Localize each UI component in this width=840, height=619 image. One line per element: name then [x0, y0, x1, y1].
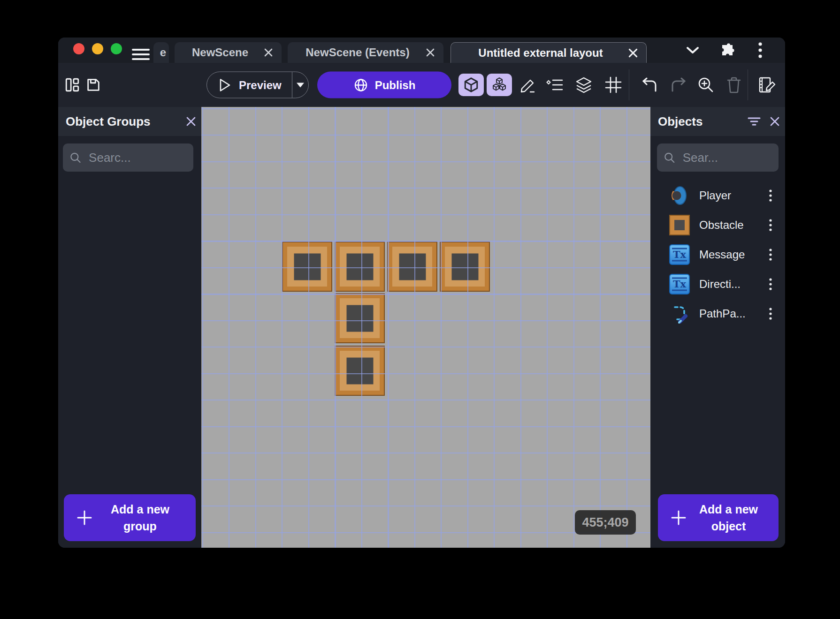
add-group-button[interactable]: Add a new group	[64, 494, 196, 541]
zoom-window-button[interactable]	[111, 43, 122, 54]
object-label: Obstacle	[699, 211, 744, 239]
edit-scene-icon[interactable]	[756, 74, 779, 96]
object-groups-search[interactable]	[63, 143, 193, 172]
object-row-message[interactable]: Tx Message	[650, 241, 785, 268]
save-icon[interactable]	[85, 77, 101, 93]
view-3d-toggle-icon[interactable]	[458, 74, 484, 96]
preview-label: Preview	[239, 78, 282, 91]
object-kebab-icon[interactable]	[760, 244, 781, 265]
more-options-kebab-icon[interactable]	[747, 38, 773, 63]
object-row-player[interactable]: Player	[650, 182, 785, 209]
play-icon	[218, 78, 231, 92]
search-icon	[69, 151, 81, 165]
project-manager-icon[interactable]	[64, 77, 80, 93]
objects-header: Objects	[650, 107, 785, 136]
object-groups-panel: Object Groups Add a new group	[58, 107, 201, 548]
filter-icon[interactable]	[744, 111, 764, 132]
svg-text:Tx: Tx	[673, 249, 687, 260]
app-window: e NewScene NewScene (Events) Untitled ex…	[58, 38, 785, 548]
player-sprite-icon	[669, 185, 690, 206]
obstacle-instance[interactable]	[282, 242, 332, 292]
preview-dropdown-caret-icon[interactable]	[292, 82, 308, 88]
object-label: Directi...	[699, 271, 741, 298]
grid-icon[interactable]	[602, 74, 625, 96]
obstacle-instance[interactable]	[387, 242, 437, 292]
tab-label: NewScene (Events)	[288, 46, 421, 59]
instances-list-icon[interactable]	[543, 74, 566, 96]
layers-icon[interactable]	[573, 74, 595, 96]
tab-newscene-events[interactable]: NewScene (Events)	[288, 42, 443, 63]
main-menu-icon[interactable]	[132, 49, 150, 61]
tab-close-icon[interactable]	[624, 44, 642, 62]
object-groups-title: Object Groups	[66, 114, 181, 129]
tab-untitled-external-layout[interactable]: Untitled external layout	[451, 42, 647, 63]
globe-icon	[353, 77, 368, 92]
text-object-icon: Tx	[669, 244, 690, 265]
object-row-directions[interactable]: Tx Directi...	[650, 271, 785, 298]
instances-cubes-toggle-icon[interactable]	[487, 74, 512, 96]
tab-clipped-label: e	[160, 46, 166, 59]
search-input[interactable]	[89, 151, 187, 165]
plus-icon	[670, 509, 687, 526]
tab-close-icon[interactable]	[421, 43, 440, 62]
search-input[interactable]	[683, 151, 772, 165]
object-kebab-icon[interactable]	[760, 185, 781, 206]
extensions-puzzle-icon[interactable]	[714, 38, 741, 63]
undo-icon[interactable]	[638, 74, 661, 96]
add-group-label-line2: group	[123, 520, 157, 533]
toolbar: Preview Publish	[58, 63, 785, 107]
object-row-pathpainter[interactable]: PathPa...	[650, 300, 785, 327]
tab-clipped[interactable]: e	[153, 42, 169, 63]
tab-label: NewScene	[175, 46, 259, 59]
tab-close-icon[interactable]	[259, 43, 278, 62]
objects-title: Objects	[658, 114, 744, 129]
text-object-icon: Tx	[669, 274, 690, 294]
tab-label: Untitled external layout	[451, 46, 624, 60]
preview-button[interactable]: Preview	[206, 72, 309, 98]
chevron-down-icon[interactable]	[680, 38, 706, 63]
object-label: PathPa...	[699, 300, 746, 327]
obstacle-instance[interactable]	[440, 242, 490, 292]
obstacle-tile-icon	[669, 215, 690, 235]
close-panel-icon[interactable]	[764, 111, 785, 132]
obstacle-instance[interactable]	[335, 242, 385, 292]
add-object-button[interactable]: Add a new object	[658, 494, 779, 541]
trash-icon[interactable]	[723, 74, 745, 96]
edit-pencil-icon[interactable]	[516, 74, 539, 96]
object-groups-header: Object Groups	[58, 107, 201, 136]
object-row-obstacle[interactable]: Obstacle	[650, 211, 785, 239]
cursor-coordinates-badge: 455;409	[575, 510, 636, 535]
publish-label: Publish	[375, 78, 416, 91]
objects-panel: Objects	[650, 107, 785, 548]
publish-button[interactable]: Publish	[317, 72, 451, 98]
svg-text:Tx: Tx	[673, 278, 687, 290]
minimize-window-button[interactable]	[92, 43, 103, 54]
add-object-label-line2: object	[711, 520, 746, 533]
tab-newscene[interactable]: NewScene	[175, 42, 282, 63]
object-label: Player	[699, 182, 731, 209]
zoom-in-icon[interactable]	[695, 74, 717, 96]
object-kebab-icon[interactable]	[760, 215, 781, 235]
redo-icon[interactable]	[667, 74, 690, 96]
objects-search[interactable]	[657, 143, 779, 172]
close-window-button[interactable]	[73, 43, 84, 54]
object-kebab-icon[interactable]	[760, 303, 781, 324]
add-group-label-line1: Add a new	[111, 503, 169, 516]
obstacle-instance[interactable]	[335, 346, 385, 396]
object-label: Message	[699, 241, 745, 268]
obstacle-instance[interactable]	[335, 293, 385, 343]
content-area: Object Groups Add a new group	[58, 107, 785, 548]
titlebar: e NewScene NewScene (Events) Untitled ex…	[58, 38, 785, 63]
search-icon	[664, 151, 675, 165]
close-panel-icon[interactable]	[181, 111, 201, 132]
object-kebab-icon[interactable]	[760, 274, 781, 294]
add-object-label-line1: Add a new	[699, 503, 758, 516]
path-painter-icon	[669, 303, 690, 324]
scene-canvas[interactable]: 455;409	[201, 107, 650, 548]
plus-icon	[76, 509, 93, 526]
